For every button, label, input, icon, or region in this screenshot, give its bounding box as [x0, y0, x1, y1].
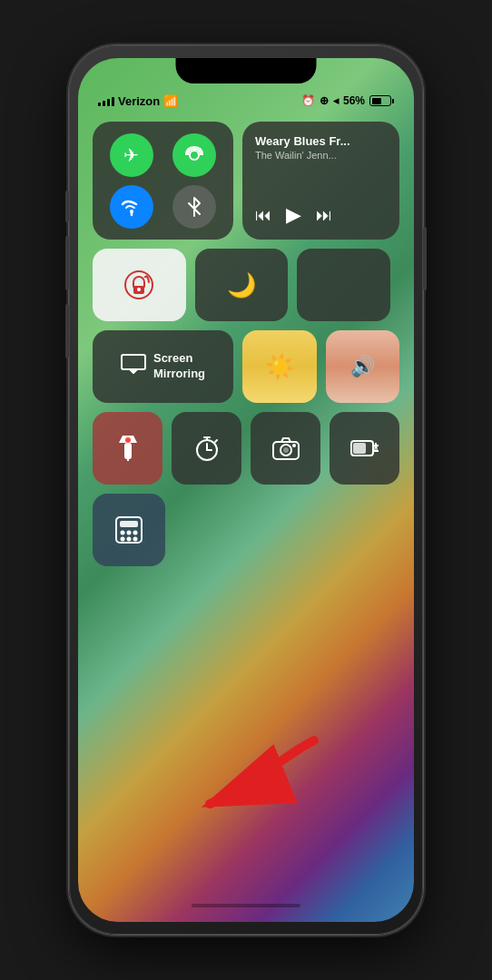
flashlight-button[interactable] [93, 412, 162, 485]
svg-point-32 [133, 531, 138, 535]
carrier-name: Verizon [118, 94, 160, 108]
screen-mirroring-label: Screen Mirroring [153, 351, 205, 382]
alarm-icon: ⏰ [301, 94, 315, 107]
connectivity-tile[interactable]: ✈ [93, 122, 233, 240]
svg-point-2 [125, 271, 153, 299]
svg-point-35 [133, 537, 138, 542]
timer-button[interactable] [172, 412, 241, 485]
row-actions [93, 412, 399, 485]
music-controls: ⏮ ▶ ⏭ [255, 203, 387, 227]
do-not-disturb-button[interactable]: 🌙 [195, 249, 289, 321]
volume-down-button[interactable] [65, 304, 69, 358]
power-button[interactable] [423, 227, 427, 290]
row-mirroring-brightness-volume: Screen Mirroring ☀️ 🔊 [93, 330, 399, 403]
brightness-icon: ☀️ [265, 353, 294, 381]
svg-rect-29 [120, 521, 138, 527]
airplane-mode-button[interactable]: ✈ [110, 133, 153, 177]
cellular-button[interactable] [172, 133, 216, 177]
svg-point-11 [125, 437, 131, 443]
mute-switch[interactable] [65, 191, 69, 222]
home-indicator[interactable] [192, 904, 300, 907]
screen-mirroring-button[interactable]: Screen Mirroring [93, 330, 233, 403]
row-calculator [93, 494, 399, 566]
screen-mirroring-icon [121, 354, 146, 379]
screen-lock-button[interactable] [93, 249, 186, 321]
volume-icon: 🔊 [350, 355, 375, 378]
music-title: Weary Blues Fr... [255, 134, 387, 148]
battery-case-button[interactable] [330, 412, 399, 485]
svg-point-20 [283, 447, 289, 453]
status-bar: Verizon 📶 ⏰ ⊕ ◂ 56% [78, 87, 414, 114]
row-utilities: 🌙 [93, 249, 399, 321]
volume-up-button[interactable] [65, 236, 69, 290]
music-artist: The Wailin' Jenn... [255, 150, 387, 161]
control-center: ✈ [93, 122, 399, 886]
svg-line-17 [215, 440, 217, 442]
wifi-button[interactable] [110, 185, 153, 229]
wifi-status-icon: 📶 [163, 94, 178, 108]
signal-bar-1 [98, 103, 101, 106]
svg-point-34 [127, 537, 132, 542]
svg-point-0 [190, 151, 199, 160]
next-button[interactable]: ⏭ [316, 206, 332, 225]
svg-point-1 [130, 210, 133, 213]
music-tile[interactable]: Weary Blues Fr... The Wailin' Jenn... ⏮ … [242, 122, 399, 240]
svg-point-21 [292, 444, 296, 447]
previous-button[interactable]: ⏮ [255, 206, 271, 225]
volume-button[interactable]: 🔊 [326, 330, 400, 403]
phone-screen: Verizon 📶 ⏰ ⊕ ◂ 56% ✈ [78, 58, 414, 922]
svg-point-30 [121, 531, 125, 535]
bluetooth-button[interactable] [172, 185, 216, 229]
status-right: ⏰ ⊕ ◂ 56% [301, 94, 394, 107]
svg-point-4 [137, 288, 141, 291]
svg-point-33 [121, 537, 125, 542]
navigation-icon: ◂ [333, 94, 339, 107]
battery-body [369, 95, 391, 106]
signal-bar-3 [107, 99, 110, 106]
battery-percent: 56% [343, 94, 365, 107]
signal-bars [98, 95, 114, 106]
battery-indicator [369, 95, 394, 106]
battery-fill [372, 98, 382, 104]
brightness-button[interactable]: ☀️ [242, 330, 317, 403]
phone-frame: Verizon 📶 ⏰ ⊕ ◂ 56% ✈ [69, 45, 423, 935]
calculator-button[interactable] [93, 494, 165, 566]
music-info: Weary Blues Fr... The Wailin' Jenn... [255, 134, 387, 161]
svg-rect-27 [374, 446, 378, 452]
svg-rect-23 [353, 443, 366, 454]
svg-point-31 [127, 531, 132, 535]
notch [176, 58, 317, 83]
location-icon: ⊕ [320, 94, 329, 107]
camera-button[interactable] [251, 412, 320, 485]
status-left: Verizon 📶 [98, 94, 178, 108]
battery-tip [392, 99, 394, 103]
moon-icon: 🌙 [227, 271, 256, 299]
svg-rect-9 [124, 443, 132, 459]
night-shift-button[interactable] [297, 249, 390, 321]
svg-rect-6 [122, 355, 145, 369]
play-button[interactable]: ▶ [286, 203, 301, 227]
signal-bar-2 [103, 101, 105, 106]
signal-bar-4 [112, 97, 114, 106]
row-connectivity-music: ✈ [93, 122, 399, 240]
